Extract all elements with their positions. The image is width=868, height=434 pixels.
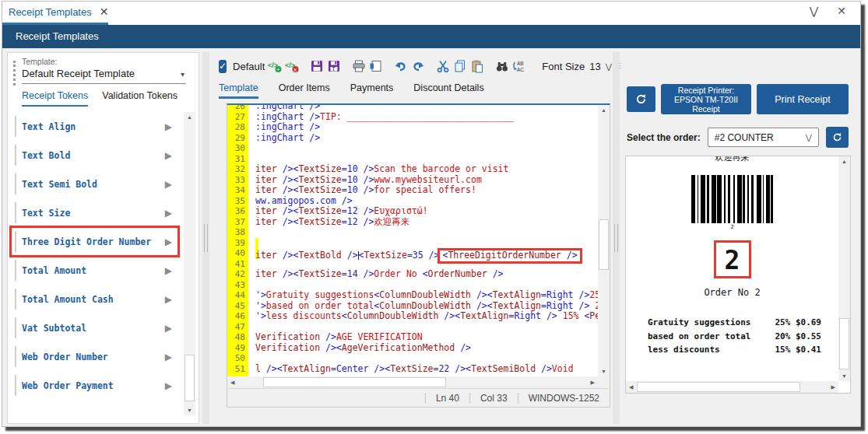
right-splitter[interactable] <box>613 52 620 424</box>
replace-icon[interactable]: ABAC <box>512 58 526 75</box>
order-select-value: #2 COUNTER <box>715 132 774 143</box>
tab-discount-details[interactable]: Discount Details <box>413 82 483 99</box>
scroll-down-icon[interactable]: ▼ <box>184 408 195 413</box>
svg-text:x: x <box>294 67 297 72</box>
page-title: Receipt Templates <box>2 25 860 48</box>
scroll-up-icon[interactable]: ▲ <box>838 159 850 164</box>
token-item-total-amount-cash[interactable]: Total Amount Cash▶ <box>11 285 178 313</box>
cut-icon[interactable] <box>436 58 450 75</box>
token-item-text-size[interactable]: Text Size▶ <box>11 198 178 227</box>
document-tab-close-icon[interactable]: ✕ <box>100 5 109 18</box>
refresh-order-button[interactable] <box>826 127 849 148</box>
token-expand-icon[interactable]: ▶ <box>165 236 172 247</box>
receipt-content: 欢迎再来 2 2 Order No 2 Gratuity suggestions… <box>626 156 838 381</box>
tab-payments[interactable]: Payments <box>350 82 394 99</box>
line-number-gutter: 2627282930313233343536373839404142434445… <box>227 105 248 376</box>
preview-horizontal-scrollbar[interactable]: ◀ ▶ <box>626 381 838 393</box>
editor-horizontal-scrollbar[interactable]: ◀ ▶ <box>227 376 598 388</box>
template-editor[interactable]: 2627282930313233343536373839404142434445… <box>227 103 610 408</box>
receipt-order-line: Order No 2 <box>626 287 838 298</box>
print-setup-icon[interactable] <box>369 58 383 75</box>
paste-icon[interactable] <box>470 58 484 75</box>
template-label: Template: <box>22 57 186 66</box>
scroll-up-icon[interactable]: ▲ <box>184 114 195 120</box>
scroll-down-icon[interactable]: ▼ <box>598 369 610 374</box>
scrollbar-thumb[interactable] <box>599 219 609 270</box>
token-expand-icon[interactable]: ▶ <box>165 208 172 219</box>
save-icon[interactable] <box>310 58 324 75</box>
dropdown-chevron-icon[interactable]: ⋁ <box>806 133 812 142</box>
left-splitter[interactable] <box>202 52 209 424</box>
order-number-highlight: 2 <box>714 240 751 278</box>
template-dropdown[interactable]: Default Receipt Template ▾ <box>22 66 186 84</box>
tab-order-items[interactable]: Order Items <box>279 82 330 99</box>
print-icon[interactable] <box>352 58 366 75</box>
token-expand-icon[interactable]: ▶ <box>165 323 172 334</box>
undo-icon[interactable] <box>394 58 408 75</box>
tab-receipt-tokens[interactable]: Receipt Tokens <box>22 90 88 107</box>
document-tab-bar: Receipt Templates ✕ ⋁ ✕ <box>2 2 860 25</box>
preview-vertical-scrollbar[interactable]: ▲ ▼ <box>838 156 850 381</box>
scroll-right-icon[interactable]: ▶ <box>831 381 835 393</box>
token-expand-icon[interactable]: ▶ <box>165 380 172 391</box>
add-token-icon[interactable]: </>+ <box>268 58 282 75</box>
status-encoding: WINDOWS-1252 <box>518 393 610 404</box>
font-size-value[interactable]: 13 <box>589 61 600 72</box>
save-as-icon[interactable]: T <box>327 58 341 75</box>
select-order-label: Select the order: <box>627 132 701 143</box>
token-expand-icon[interactable]: ▶ <box>165 352 172 362</box>
status-line: Ln 40 <box>425 393 469 404</box>
copy-icon[interactable] <box>453 58 467 75</box>
token-list-scrollbar[interactable]: ▲ ▼ <box>184 112 195 415</box>
app-window: Receipt Templates ✕ ⋁ ✕ Receipt Template… <box>2 1 861 427</box>
token-item-total-amount[interactable]: Total Amount▶ <box>11 256 178 285</box>
document-tab[interactable]: Receipt Templates ✕ <box>9 5 108 18</box>
scrollbar-thumb[interactable] <box>839 318 849 369</box>
editor-toolbar: ✓ Default </>+ </>x T <box>219 54 610 78</box>
scroll-down-icon[interactable]: ▼ <box>838 373 850 379</box>
token-item-text-align[interactable]: Text Align▶ <box>11 112 178 141</box>
token-item-text-bold[interactable]: Text Bold▶ <box>11 141 178 170</box>
document-tab-label: Receipt Templates <box>9 6 92 18</box>
scrollbar-thumb[interactable] <box>263 377 446 387</box>
dropdown-arrow-icon[interactable]: ▾ <box>181 70 184 79</box>
scrollbar-thumb[interactable] <box>184 355 195 401</box>
gratuity-row: Gratuity suggestions25% $0.69 <box>648 316 821 330</box>
token-item-web-order-number[interactable]: Web Order Number▶ <box>11 342 178 371</box>
window-menu-chevron-icon[interactable]: ⋁ <box>810 5 818 17</box>
token-expand-icon[interactable]: ▶ <box>165 265 172 276</box>
tab-template[interactable]: Template <box>219 82 258 99</box>
token-item-three-digit-order-number[interactable]: Three Digit Order Number▶ <box>11 227 178 256</box>
scroll-left-icon[interactable]: ◀ <box>230 376 234 388</box>
find-icon[interactable] <box>495 58 509 75</box>
tab-validation-tokens[interactable]: Validation Tokens <box>102 90 177 107</box>
order-select[interactable]: #2 COUNTER ⋁ <box>708 128 819 147</box>
scrollbar-thumb[interactable] <box>637 382 800 392</box>
redo-icon[interactable] <box>411 58 425 75</box>
gratuity-row: based on order total20% $0.55 <box>648 330 821 344</box>
token-item-text-semi-bold[interactable]: Text Semi Bold▶ <box>11 170 178 198</box>
token-expand-icon[interactable]: ▶ <box>165 121 172 132</box>
remove-token-icon[interactable]: </>x <box>285 58 299 75</box>
window-close-icon[interactable]: ✕ <box>837 5 846 17</box>
default-checkbox[interactable]: ✓ <box>219 60 227 73</box>
font-size-chevron-icon[interactable]: ⋁ <box>606 62 612 71</box>
scroll-right-icon[interactable]: ▶ <box>591 376 595 388</box>
token-expand-icon[interactable]: ▶ <box>165 179 172 190</box>
scroll-up-icon[interactable]: ▲ <box>598 107 610 113</box>
scroll-left-icon[interactable]: ◀ <box>629 381 633 393</box>
token-item-web-order-payment[interactable]: Web Order Payment▶ <box>11 371 178 400</box>
token-expand-icon[interactable]: ▶ <box>165 294 172 305</box>
printer-button-line2: EPSON TM-T20II <box>674 95 738 104</box>
receipt-printer-button[interactable]: Receipt Printer: EPSON TM-T20II Receipt <box>661 84 751 114</box>
editor-vertical-scrollbar[interactable]: ▲ ▼ <box>598 105 610 376</box>
token-expand-icon[interactable]: ▶ <box>165 150 172 161</box>
code-area[interactable]: :ingChart />:ingChart />TIP: ___________… <box>248 105 598 376</box>
drag-handle-dots[interactable] <box>13 61 16 86</box>
editor-tab-strip: TemplateOrder ItemsPaymentsDiscount Deta… <box>219 82 484 99</box>
refresh-template-button[interactable] <box>627 86 655 112</box>
token-item-vat-subtotal[interactable]: Vat Subtotal▶ <box>11 313 178 342</box>
gratuity-rows: Gratuity suggestions25% $0.69based on or… <box>648 316 821 357</box>
receipt-barcode <box>626 175 838 223</box>
print-receipt-button[interactable]: Print Receipt <box>757 84 849 114</box>
